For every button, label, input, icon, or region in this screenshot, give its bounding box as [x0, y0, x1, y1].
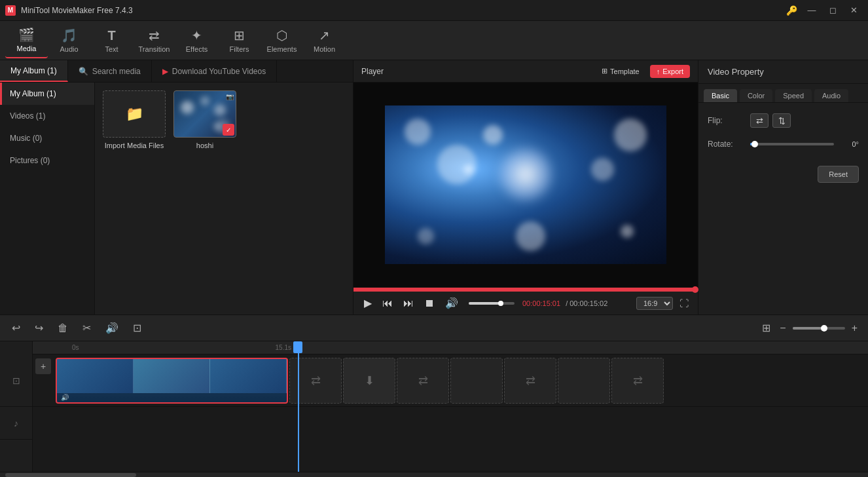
rotate-label: Rotate: — [708, 140, 744, 149]
timeline-scrollbar[interactable] — [0, 472, 868, 477]
transition-slot-3[interactable]: ⇄ — [397, 358, 449, 404]
youtube-label: Download YouTube Videos — [172, 67, 266, 76]
template-label: Template — [610, 67, 640, 75]
prop-tab-speed[interactable]: Speed — [775, 89, 812, 102]
skip-forward-button[interactable]: ⏭ — [401, 296, 416, 311]
prop-tab-audio[interactable]: Audio — [814, 89, 848, 102]
zoom-fit-button[interactable]: ⊞ — [759, 320, 773, 335]
sidebar-videos-label: Videos (1) — [10, 111, 45, 121]
delete-button[interactable]: 🗑 — [54, 320, 72, 337]
import-media-item[interactable]: 📁 Import Media Files — [103, 90, 166, 149]
bottom-area: ↩ ↪ 🗑 ✂ 🔊 ⊡ ⊞ − + ⊡ ♪ — [0, 315, 868, 477]
sidebar-item-videos[interactable]: Videos (1) — [0, 105, 94, 127]
clip-frame-2 — [134, 359, 210, 393]
property-tabs: Basic Color Speed Audio — [698, 84, 868, 103]
crop-button[interactable]: ⊡ — [129, 319, 145, 337]
toolbar-filters[interactable]: ⊞ Filters — [218, 23, 261, 58]
template-button[interactable]: ⊞ Template — [595, 64, 646, 78]
export-button[interactable]: ↑ Export — [650, 65, 690, 78]
toolbar-filters-label: Filters — [230, 45, 249, 53]
volume-thumb — [498, 301, 503, 306]
flip-vertical-button[interactable]: ⇅ — [772, 113, 791, 128]
detach-audio-button[interactable]: 🔊 — [101, 319, 122, 337]
close-button[interactable]: ✕ — [844, 4, 863, 17]
toolbar-audio[interactable]: 🎵 Audio — [48, 23, 90, 58]
sidebar: My Album (1) Videos (1) Music (0) Pictur… — [0, 83, 95, 315]
zoom-slider[interactable] — [793, 327, 845, 330]
zoom-fill — [793, 327, 824, 330]
volume-button[interactable]: 🔊 — [443, 296, 461, 311]
time-0s: 0s — [72, 344, 79, 351]
scrollbar-thumb[interactable] — [5, 473, 136, 477]
zoom-out-button[interactable]: − — [777, 321, 788, 335]
aspect-ratio-select[interactable]: 16:9 9:16 1:1 4:3 — [636, 297, 673, 310]
playhead[interactable] — [298, 353, 299, 472]
sidebar-pictures-label: Pictures (0) — [10, 156, 50, 165]
video-property-title: Video Property — [698, 60, 868, 84]
sidebar-item-myalbum[interactable]: My Album (1) — [0, 83, 94, 105]
undo-button[interactable]: ↩ — [8, 319, 24, 337]
toolbar-media[interactable]: 🎬 Media — [5, 23, 48, 58]
volume-slider[interactable] — [469, 302, 515, 305]
toolbar-effects[interactable]: ✦ Effects — [175, 23, 218, 58]
audio-icon: 🎵 — [61, 28, 77, 43]
rotate-row: Rotate: 0° — [708, 140, 859, 149]
toolbar: 🎬 Media 🎵 Audio T Text ⇄ Transition ✦ Ef… — [0, 21, 868, 60]
zoom-controls: ⊞ − + — [759, 320, 860, 335]
rotate-track-container: 0° — [750, 140, 859, 148]
search-icon: 🔍 — [79, 67, 88, 76]
skip-back-button[interactable]: ⏮ — [380, 296, 395, 311]
transition-icon-5: ⇄ — [526, 373, 535, 388]
tab-my-album[interactable]: My Album (1) — [0, 60, 68, 82]
minimize-button[interactable]: — — [803, 4, 821, 17]
toolbar-elements[interactable]: ⬡ Elements — [261, 23, 303, 58]
player-header: Player ⊞ Template ↑ Export — [353, 60, 698, 83]
add-track-button[interactable]: + — [35, 358, 51, 374]
toolbar-motion-label: Motion — [314, 45, 335, 53]
zoom-in-button[interactable]: + — [849, 321, 860, 335]
video-track-icon: ⊡ — [12, 375, 20, 386]
audio-track-icon: ♪ — [14, 418, 18, 429]
flip-horizontal-button[interactable]: ⇄ — [750, 113, 769, 128]
sidebar-music-label: Music (0) — [10, 134, 42, 143]
time-ruler: 0s 15.1s — [33, 341, 868, 354]
play-button[interactable]: ▶ — [361, 296, 374, 311]
reset-button[interactable]: Reset — [818, 166, 859, 183]
progress-bar[interactable] — [353, 288, 698, 292]
maximize-button[interactable]: ◻ — [823, 4, 842, 17]
media-icon: 🎬 — [18, 27, 35, 43]
toolbar-effects-label: Effects — [186, 45, 208, 53]
video-item-hoshi[interactable]: 📷 ✓ hoshi — [173, 90, 236, 149]
prop-tab-color[interactable]: Color — [740, 89, 772, 102]
toolbar-elements-label: Elements — [267, 45, 297, 53]
tab-youtube[interactable]: ▶ Download YouTube Videos — [152, 60, 277, 82]
timeline-tracks: + 0s 15.1s 🔊 — [33, 341, 868, 472]
transition-icon-1: ⇄ — [311, 373, 321, 388]
transition-slot-1[interactable]: ⇄ — [289, 358, 342, 404]
clip-frame-3 — [210, 359, 287, 393]
sidebar-item-music[interactable]: Music (0) — [0, 127, 94, 149]
transition-slot-4[interactable] — [450, 358, 503, 404]
tab-search-media[interactable]: 🔍 Search media — [68, 60, 152, 82]
time-end: 15.1s — [276, 344, 291, 351]
redo-button[interactable]: ↪ — [31, 319, 47, 337]
transition-slot-7[interactable]: ⇄ — [611, 358, 664, 404]
transition-slot-2[interactable]: ⬇ — [343, 358, 395, 404]
playhead-head — [293, 341, 302, 353]
transition-slot-5[interactable]: ⇄ — [504, 358, 556, 404]
toolbar-transition[interactable]: ⇄ Transition — [133, 23, 175, 58]
toolbar-text[interactable]: T Text — [90, 23, 133, 58]
cut-button[interactable]: ✂ — [79, 319, 95, 337]
transition-slot-6[interactable] — [558, 358, 610, 404]
toolbar-motion[interactable]: ↗ Motion — [303, 23, 346, 58]
template-icon: ⊞ — [602, 67, 607, 75]
stop-button[interactable]: ⏹ — [422, 296, 437, 311]
sidebar-item-pictures[interactable]: Pictures (0) — [0, 149, 94, 172]
rotate-slider[interactable] — [750, 143, 834, 145]
video-clip-hoshi[interactable]: 🔊 — [56, 358, 288, 404]
player-controls: ▶ ⏮ ⏭ ⏹ 🔊 00:00:15:01 / 00:00:15:02 16:9… — [353, 287, 698, 315]
video-track-label: ⊡ — [0, 354, 32, 407]
fullscreen-button[interactable]: ⛶ — [678, 297, 690, 310]
prop-tab-basic[interactable]: Basic — [704, 89, 737, 102]
text-icon: T — [107, 28, 115, 43]
